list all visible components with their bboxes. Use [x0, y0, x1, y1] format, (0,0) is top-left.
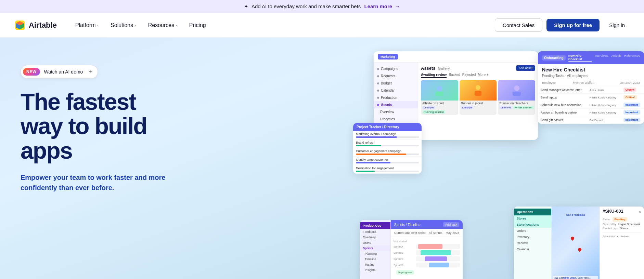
logo-text: Airtable — [29, 21, 57, 30]
nav-solutions[interactable]: Solutions › — [106, 19, 141, 31]
sidebar-feedback[interactable]: Feedback — [360, 229, 390, 235]
gallery-img-2 — [460, 80, 497, 101]
store-address: 311 California Street, San Franc... — [553, 276, 598, 279]
sidebar-sprints[interactable]: Sprints — [360, 245, 390, 251]
nav-resources[interactable]: Resources › — [143, 19, 182, 31]
marketing-badge: Marketing — [378, 54, 398, 59]
gallery-item-2[interactable]: Runner in jacket Lifestyle — [460, 80, 497, 115]
gallery-item-1[interactable]: Athlete on court Lifestyle Running sessi… — [421, 80, 458, 115]
tab-interviews[interactable]: Interviews — [594, 54, 608, 62]
sidebar-assets[interactable]: Assets — [374, 101, 418, 108]
gallery-tag-lifestyle: Lifestyle — [422, 106, 435, 109]
sprints-body: Product Ops Feedback Roadmap OKRs Sprint… — [360, 220, 463, 279]
ops-records[interactable]: Records — [514, 240, 551, 246]
in-progress-badge: In progress — [396, 270, 414, 275]
operations-body: Operations Stores Store locations Orders… — [514, 207, 644, 279]
ops-stores[interactable]: Stores — [514, 215, 551, 222]
sprints-mockup: Product Ops Feedback Roadmap OKRs Sprint… — [360, 220, 463, 279]
status-badge: Pending — [613, 217, 628, 222]
ops-inventory[interactable]: Inventory — [514, 234, 551, 240]
tab-awaiting[interactable]: Awaiting review — [421, 73, 447, 78]
gallery-item-3[interactable]: Runner on bleachers Lifestyle Winter ses… — [498, 80, 535, 115]
project-row-4: Identity target customer — [353, 157, 422, 165]
contact-sales-button[interactable]: Contact Sales — [495, 18, 542, 32]
gallery-caption-3: Runner on bleachers Lifestyle Winter ses… — [498, 101, 535, 110]
banner-text: Add AI to everyday work and make smarter… — [252, 3, 361, 9]
signup-button[interactable]: Sign up for free — [546, 19, 600, 31]
gallery-subtitle: Gallery — [438, 66, 450, 70]
sidebar-production[interactable]: Production — [374, 94, 418, 101]
signin-button[interactable]: Sign in — [604, 19, 630, 31]
sidebar-okrs2[interactable]: OKRs — [360, 240, 390, 245]
gallery-title-area: Assets Gallery — [421, 66, 450, 71]
ai-demo-badge[interactable]: NEW Watch an AI demo + — [21, 65, 98, 79]
sparkle-icon: ✦ — [244, 3, 248, 9]
sku-header: #SKU-001 ✕ — [603, 209, 641, 215]
sidebar-timeline[interactable]: Timeline — [360, 256, 390, 262]
sidebar-testing[interactable]: Testing — [360, 262, 390, 267]
timeline-row-4: Sprint D — [394, 263, 460, 267]
ops-orders[interactable]: Orders — [514, 228, 551, 234]
product-type-value: Shoes — [620, 227, 628, 230]
close-icon[interactable]: ✕ — [639, 210, 641, 214]
learn-more-link[interactable]: Learn more → — [364, 3, 400, 9]
svg-rect-9 — [513, 92, 521, 96]
sidebar-budget[interactable]: Budget — [374, 80, 418, 87]
sidebar-calendar[interactable]: Calendar — [374, 87, 418, 94]
chevron-icon: › — [134, 23, 136, 27]
onboarding-subtitle: Pending Tasks · All employees — [538, 74, 644, 80]
project-row-3: Customer engagement campaign — [353, 148, 422, 157]
ops-store-locations[interactable]: Store locations — [514, 222, 551, 228]
tab-more[interactable]: More + — [478, 73, 488, 78]
ops-calendar[interactable]: Calendar — [514, 246, 551, 252]
nav-pricing[interactable]: Pricing — [184, 19, 211, 31]
tab-backed[interactable]: Backed — [449, 73, 460, 78]
gallery-grid: Athlete on court Lifestyle Running sessi… — [421, 80, 535, 115]
sku-title: #SKU-001 — [603, 209, 623, 214]
tab-arrivals[interactable]: Arrivals — [611, 54, 621, 62]
timeline-content: Sprints / Timeline Add task Current and … — [391, 220, 463, 279]
navbar: Airtable Platform › Solutions › Resource… — [0, 13, 644, 38]
sidebar-requests[interactable]: Requests — [374, 72, 418, 80]
add-asset-button[interactable]: Add asset — [516, 65, 535, 71]
tab-new-hire[interactable]: New Hire Checklist — [568, 54, 592, 62]
sprints-header: Sprints / Timeline Add task — [391, 220, 463, 229]
sidebar-insights2[interactable]: Insights — [360, 267, 390, 273]
nav-platform[interactable]: Platform › — [70, 19, 103, 31]
hero-mockups: Marketing Campaigns Requests Budget Cale… — [353, 38, 644, 279]
gallery-tabs: Awaiting review Backed Rejected More + — [421, 73, 535, 78]
nav-right: Contact Sales Sign up for free Sign in — [495, 18, 630, 32]
gallery-header: Assets Gallery Add asset — [421, 65, 535, 71]
store-detail: #SKU-001 ✕ Status Pending Ordered by Log… — [600, 207, 644, 279]
hero-subtext: Empower your team to work faster and mor… — [21, 172, 185, 193]
plus-icon: + — [88, 68, 92, 76]
sidebar-roadmap[interactable]: Roadmap — [360, 235, 390, 240]
gallery-img-1 — [421, 80, 458, 101]
logo[interactable]: Airtable — [14, 19, 57, 31]
tab-references[interactable]: References — [624, 54, 640, 62]
map-label: San Francisco — [566, 213, 585, 216]
svg-point-8 — [514, 85, 519, 91]
marketing-header: Marketing — [374, 51, 538, 63]
sidebar-planning[interactable]: Planning — [360, 251, 390, 256]
activity-section: All activity ▾ Follow — [603, 232, 641, 238]
timeline-area: Not started Sprint A Sprint B Sprint C — [391, 237, 463, 279]
gallery-img-3 — [498, 80, 535, 101]
gallery-caption-2: Runner in jacket Lifestyle — [460, 101, 497, 110]
status-row: Status Pending — [603, 217, 641, 222]
ordered-by-value: Logan Gracemont — [618, 223, 640, 226]
nav-links: Platform › Solutions › Resources › Prici… — [70, 19, 495, 31]
timeline-row-1: Sprint A — [394, 244, 460, 249]
logo-icon — [14, 19, 26, 31]
add-task-btn[interactable]: Add task — [443, 222, 459, 227]
sidebar-campaigns[interactable]: Campaigns — [374, 65, 418, 72]
tab-rejected[interactable]: Rejected — [462, 73, 476, 78]
sprints-sidebar: Product Ops Feedback Roadmap OKRs Sprint… — [360, 220, 391, 279]
product-type-row: Product type Shoes — [603, 227, 641, 230]
gallery-caption-1: Athlete on court Lifestyle Running sessi… — [421, 101, 458, 115]
product-ops-badge: Product Ops — [360, 222, 390, 229]
map-pin-1 — [570, 236, 575, 241]
sidebar-lifecycles[interactable]: Lifecycles — [374, 116, 418, 123]
ordered-by-row: Ordered by Logan Gracemont — [603, 223, 641, 226]
sidebar-overview[interactable]: Overview — [374, 108, 418, 116]
